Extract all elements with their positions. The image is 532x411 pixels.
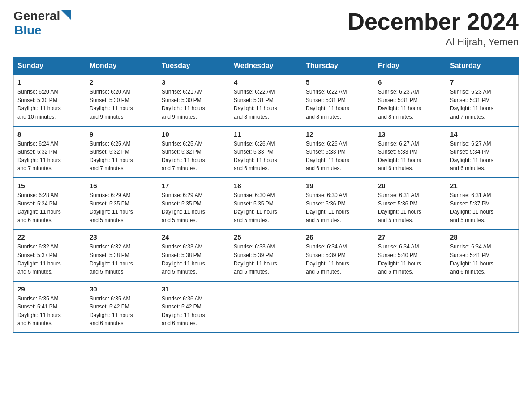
day-number: 22 <box>17 233 82 241</box>
day-number: 20 <box>378 182 442 189</box>
day-number: 13 <box>378 130 442 138</box>
calendar-week-row: 1 Sunrise: 6:20 AMSunset: 5:30 PMDayligh… <box>14 75 519 126</box>
calendar-table: Sunday Monday Tuesday Wednesday Thursday… <box>13 57 519 333</box>
day-number: 1 <box>17 78 82 86</box>
day-info: Sunrise: 6:33 AMSunset: 5:39 PMDaylight:… <box>234 243 298 276</box>
calendar-day-cell: 31 Sunrise: 6:36 AMSunset: 5:42 PMDaylig… <box>158 281 230 333</box>
day-number: 16 <box>90 182 154 189</box>
col-friday: Friday <box>374 57 446 75</box>
day-info: Sunrise: 6:28 AMSunset: 5:34 PMDaylight:… <box>17 191 82 224</box>
day-info: Sunrise: 6:26 AMSunset: 5:33 PMDaylight:… <box>306 140 370 173</box>
day-info: Sunrise: 6:22 AMSunset: 5:31 PMDaylight:… <box>234 88 298 121</box>
calendar-week-row: 8 Sunrise: 6:24 AMSunset: 5:32 PMDayligh… <box>14 126 519 178</box>
calendar-day-cell: 4 Sunrise: 6:22 AMSunset: 5:31 PMDayligh… <box>230 75 302 126</box>
day-info: Sunrise: 6:27 AMSunset: 5:33 PMDaylight:… <box>378 140 442 173</box>
calendar-day-cell: 7 Sunrise: 6:23 AMSunset: 5:31 PMDayligh… <box>446 75 519 126</box>
calendar-day-cell: 8 Sunrise: 6:24 AMSunset: 5:32 PMDayligh… <box>14 126 86 178</box>
day-number: 2 <box>90 78 154 86</box>
calendar-day-cell: 6 Sunrise: 6:23 AMSunset: 5:31 PMDayligh… <box>374 75 446 126</box>
logo: General Blue <box>13 9 71 38</box>
calendar-day-cell: 10 Sunrise: 6:25 AMSunset: 5:32 PMDaylig… <box>158 126 230 178</box>
day-number: 27 <box>378 233 442 241</box>
logo-general-text: General <box>13 9 60 23</box>
day-info: Sunrise: 6:30 AMSunset: 5:36 PMDaylight:… <box>306 191 370 224</box>
day-info: Sunrise: 6:24 AMSunset: 5:32 PMDaylight:… <box>17 140 82 173</box>
day-info: Sunrise: 6:29 AMSunset: 5:35 PMDaylight:… <box>162 191 226 224</box>
day-number: 11 <box>234 130 298 138</box>
day-number: 8 <box>17 130 82 138</box>
day-info: Sunrise: 6:21 AMSunset: 5:30 PMDaylight:… <box>162 88 226 121</box>
day-number: 6 <box>378 78 442 86</box>
col-saturday: Saturday <box>446 57 519 75</box>
day-info: Sunrise: 6:34 AMSunset: 5:39 PMDaylight:… <box>306 243 370 276</box>
day-info: Sunrise: 6:30 AMSunset: 5:35 PMDaylight:… <box>234 191 298 224</box>
day-number: 23 <box>90 233 154 241</box>
day-number: 30 <box>90 285 154 293</box>
day-info: Sunrise: 6:22 AMSunset: 5:31 PMDaylight:… <box>306 88 370 121</box>
calendar-day-cell: 12 Sunrise: 6:26 AMSunset: 5:33 PMDaylig… <box>302 126 374 178</box>
calendar-day-cell: 30 Sunrise: 6:35 AMSunset: 5:42 PMDaylig… <box>86 281 158 333</box>
day-info: Sunrise: 6:33 AMSunset: 5:38 PMDaylight:… <box>162 243 226 276</box>
day-info: Sunrise: 6:31 AMSunset: 5:37 PMDaylight:… <box>450 191 515 224</box>
calendar-header-row: Sunday Monday Tuesday Wednesday Thursday… <box>14 57 519 75</box>
calendar-day-cell: 29 Sunrise: 6:35 AMSunset: 5:41 PMDaylig… <box>14 281 86 333</box>
calendar-day-cell: 19 Sunrise: 6:30 AMSunset: 5:36 PMDaylig… <box>302 178 374 229</box>
day-info: Sunrise: 6:34 AMSunset: 5:40 PMDaylight:… <box>378 243 442 276</box>
day-info: Sunrise: 6:29 AMSunset: 5:35 PMDaylight:… <box>90 191 154 224</box>
day-number: 12 <box>306 130 370 138</box>
day-info: Sunrise: 6:26 AMSunset: 5:33 PMDaylight:… <box>234 140 298 173</box>
calendar-day-cell: 24 Sunrise: 6:33 AMSunset: 5:38 PMDaylig… <box>158 229 230 281</box>
day-info: Sunrise: 6:32 AMSunset: 5:38 PMDaylight:… <box>90 243 154 276</box>
day-number: 19 <box>306 182 370 189</box>
day-info: Sunrise: 6:25 AMSunset: 5:32 PMDaylight:… <box>90 140 154 173</box>
day-info: Sunrise: 6:34 AMSunset: 5:41 PMDaylight:… <box>450 243 515 276</box>
day-number: 25 <box>234 233 298 241</box>
col-thursday: Thursday <box>302 57 374 75</box>
day-number: 10 <box>162 130 226 138</box>
day-number: 24 <box>162 233 226 241</box>
calendar-day-cell: 20 Sunrise: 6:31 AMSunset: 5:36 PMDaylig… <box>374 178 446 229</box>
calendar-day-cell <box>302 281 374 333</box>
calendar-week-row: 22 Sunrise: 6:32 AMSunset: 5:37 PMDaylig… <box>14 229 519 281</box>
day-info: Sunrise: 6:20 AMSunset: 5:30 PMDaylight:… <box>90 88 154 121</box>
calendar-day-cell: 1 Sunrise: 6:20 AMSunset: 5:30 PMDayligh… <box>14 75 86 126</box>
calendar-day-cell: 25 Sunrise: 6:33 AMSunset: 5:39 PMDaylig… <box>230 229 302 281</box>
logo-blue-text: Blue <box>14 23 71 38</box>
day-number: 5 <box>306 78 370 86</box>
day-info: Sunrise: 6:32 AMSunset: 5:37 PMDaylight:… <box>17 243 82 276</box>
day-info: Sunrise: 6:35 AMSunset: 5:42 PMDaylight:… <box>90 295 154 328</box>
calendar-day-cell: 26 Sunrise: 6:34 AMSunset: 5:39 PMDaylig… <box>302 229 374 281</box>
day-number: 21 <box>450 182 515 189</box>
logo-arrow-icon <box>61 10 71 20</box>
calendar-day-cell <box>446 281 519 333</box>
day-info: Sunrise: 6:36 AMSunset: 5:42 PMDaylight:… <box>162 295 226 328</box>
day-number: 29 <box>17 285 82 293</box>
day-info: Sunrise: 6:20 AMSunset: 5:30 PMDaylight:… <box>17 88 82 121</box>
page-header: General Blue December 2024 Al Hijrah, Ye… <box>13 9 519 48</box>
day-info: Sunrise: 6:35 AMSunset: 5:41 PMDaylight:… <box>17 295 82 328</box>
calendar-day-cell: 18 Sunrise: 6:30 AMSunset: 5:35 PMDaylig… <box>230 178 302 229</box>
calendar-day-cell: 14 Sunrise: 6:27 AMSunset: 5:34 PMDaylig… <box>446 126 519 178</box>
day-number: 3 <box>162 78 226 86</box>
day-number: 26 <box>306 233 370 241</box>
col-wednesday: Wednesday <box>230 57 302 75</box>
day-number: 18 <box>234 182 298 189</box>
calendar-day-cell: 17 Sunrise: 6:29 AMSunset: 5:35 PMDaylig… <box>158 178 230 229</box>
day-number: 15 <box>17 182 82 189</box>
day-number: 4 <box>234 78 298 86</box>
calendar-day-cell: 23 Sunrise: 6:32 AMSunset: 5:38 PMDaylig… <box>86 229 158 281</box>
calendar-week-row: 29 Sunrise: 6:35 AMSunset: 5:41 PMDaylig… <box>14 281 519 333</box>
day-number: 14 <box>450 130 515 138</box>
day-number: 31 <box>162 285 226 293</box>
title-block: December 2024 Al Hijrah, Yemen <box>348 9 519 48</box>
calendar-day-cell: 28 Sunrise: 6:34 AMSunset: 5:41 PMDaylig… <box>446 229 519 281</box>
calendar-day-cell: 13 Sunrise: 6:27 AMSunset: 5:33 PMDaylig… <box>374 126 446 178</box>
calendar-day-cell: 15 Sunrise: 6:28 AMSunset: 5:34 PMDaylig… <box>14 178 86 229</box>
calendar-day-cell <box>374 281 446 333</box>
calendar-day-cell <box>230 281 302 333</box>
calendar-day-cell: 27 Sunrise: 6:34 AMSunset: 5:40 PMDaylig… <box>374 229 446 281</box>
col-sunday: Sunday <box>14 57 86 75</box>
calendar-day-cell: 5 Sunrise: 6:22 AMSunset: 5:31 PMDayligh… <box>302 75 374 126</box>
col-monday: Monday <box>86 57 158 75</box>
calendar-day-cell: 3 Sunrise: 6:21 AMSunset: 5:30 PMDayligh… <box>158 75 230 126</box>
